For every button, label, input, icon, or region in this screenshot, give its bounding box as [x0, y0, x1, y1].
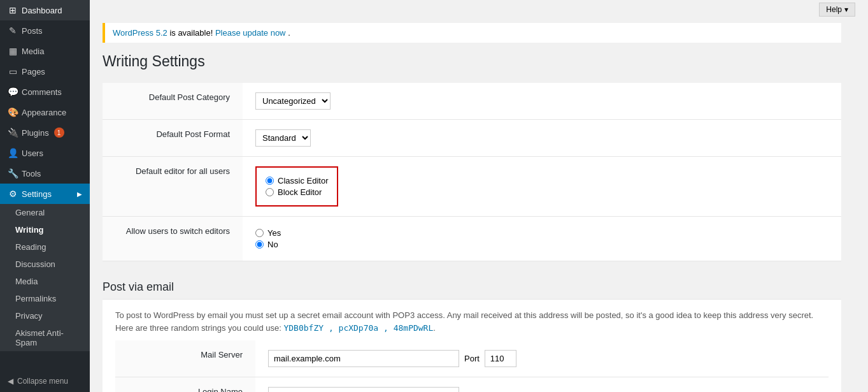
appearance-icon: 🎨 [8, 107, 18, 117]
sidebar: ⊞ Dashboard ✎ Posts ▦ Media ▭ Pages 💬 Co… [0, 0, 90, 392]
update-notice-mid: is available! [169, 28, 215, 38]
sidebar-item-label: Pages [22, 67, 45, 76]
allow-switch-yes-label[interactable]: Yes [267, 228, 281, 238]
block-editor-radio-row: Block Editor [266, 187, 328, 197]
submenu-item-reading[interactable]: Reading [0, 238, 90, 256]
allow-switch-yes-row: Yes [255, 228, 829, 238]
classic-editor-radio[interactable] [266, 177, 274, 185]
login-name-input[interactable] [268, 387, 459, 392]
default-post-category-label: Default Post Category [149, 92, 230, 102]
sidebar-item-pages[interactable]: ▭ Pages [0, 61, 90, 82]
port-input[interactable] [485, 350, 516, 367]
default-post-category-select[interactable]: Uncategorized [255, 92, 331, 110]
sidebar-item-comments[interactable]: 💬 Comments [0, 82, 90, 102]
login-name-label: Login Name [198, 387, 243, 392]
settings-arrow-icon: ▶ [77, 191, 82, 198]
update-notice: WordPress 5.2 is available! Please updat… [103, 23, 841, 43]
settings-table: Default Post Category Uncategorized Defa… [103, 83, 841, 261]
settings-submenu: General Writing Reading Discussion Media… [0, 204, 90, 351]
plugins-badge: 1 [54, 127, 64, 138]
settings-icon: ⚙ [8, 189, 18, 199]
page-content: WordPress 5.2 is available! Please updat… [90, 17, 854, 392]
pve-strings: YDB0bfZY , pcXDp70a , 48mPDwRL [283, 323, 433, 333]
help-bar: Help ▾ [90, 0, 868, 17]
sidebar-item-plugins[interactable]: 🔌 Plugins 1 [0, 122, 90, 143]
submenu-item-akismet[interactable]: Akismet Anti-Spam [0, 324, 90, 351]
mail-server-row: Mail Server Port [115, 340, 829, 377]
port-label: Port [464, 354, 480, 363]
collapse-menu-label: Collapse menu [17, 377, 68, 386]
sidebar-item-label: Tools [22, 169, 41, 178]
sidebar-item-users[interactable]: 👤 Users [0, 143, 90, 163]
allow-switch-label: Allow users to switch editors [126, 226, 230, 236]
allow-switch-no-label[interactable]: No [267, 240, 278, 249]
dashboard-icon: ⊞ [8, 5, 18, 15]
default-post-format-row: Default Post Format Standard [103, 120, 841, 157]
comments-icon: 💬 [8, 87, 18, 97]
sidebar-item-label: Media [22, 47, 44, 56]
plugins-icon: 🔌 [8, 127, 18, 138]
sidebar-item-label: Plugins [22, 128, 49, 138]
wp-version-link[interactable]: WordPress 5.2 [113, 28, 167, 38]
sidebar-item-settings[interactable]: ⚙ Settings ▶ [0, 184, 90, 204]
default-editor-label: Default editor for all users [136, 166, 230, 176]
submenu-item-media[interactable]: Media [0, 273, 90, 290]
page-title: Writing Settings [103, 53, 841, 70]
media-icon: ▦ [8, 46, 18, 56]
classic-editor-radio-row: Classic Editor [266, 176, 328, 185]
post-via-email-heading: Post via email [103, 274, 841, 294]
pve-settings-table: Mail Server Port Login Name [115, 340, 829, 392]
login-name-row: Login Name [115, 377, 829, 393]
submenu-item-general[interactable]: General [0, 204, 90, 221]
mail-server-label: Mail Server [201, 350, 243, 359]
block-editor-radio-label[interactable]: Block Editor [278, 187, 322, 197]
collapse-menu-button[interactable]: ◀ Collapse menu [0, 370, 90, 392]
sidebar-item-label: Dashboard [22, 6, 62, 15]
classic-editor-radio-label[interactable]: Classic Editor [278, 176, 328, 185]
sidebar-item-label: Comments [22, 87, 62, 97]
pve-description: To post to WordPress by email you must s… [115, 309, 829, 334]
help-label: Help [826, 5, 842, 14]
block-editor-radio[interactable] [266, 188, 274, 196]
mail-server-port-row: Port [268, 350, 816, 367]
posts-icon: ✎ [8, 25, 18, 36]
sidebar-item-dashboard[interactable]: ⊞ Dashboard [0, 0, 90, 20]
pages-icon: ▭ [8, 66, 18, 76]
pve-description-end: . [433, 323, 436, 333]
sidebar-item-media[interactable]: ▦ Media [0, 41, 90, 61]
sidebar-item-label: Posts [22, 26, 43, 36]
collapse-arrow-icon: ◀ [8, 377, 13, 386]
allow-switch-row: Allow users to switch editors Yes No [103, 217, 841, 261]
update-notice-suffix: . [288, 28, 290, 38]
submenu-item-writing[interactable]: Writing [0, 221, 90, 238]
mail-server-input[interactable] [268, 350, 459, 367]
help-chevron-icon: ▾ [844, 5, 848, 14]
sidebar-item-label: Appearance [22, 108, 66, 117]
default-post-category-row: Default Post Category Uncategorized [103, 83, 841, 120]
default-post-format-select[interactable]: Standard [255, 129, 311, 147]
post-via-email-section: To post to WordPress by email you must s… [103, 300, 841, 392]
sidebar-item-label: Users [22, 149, 43, 158]
sidebar-item-tools[interactable]: 🔧 Tools [0, 163, 90, 184]
pve-description-start: To post to WordPress by email you must s… [115, 310, 813, 333]
sidebar-item-posts[interactable]: ✎ Posts [0, 20, 90, 41]
main-content: Help ▾ WordPress 5.2 is available! Pleas… [90, 0, 868, 392]
submenu-item-permalinks[interactable]: Permalinks [0, 290, 90, 307]
allow-switch-no-row: No [255, 240, 829, 249]
default-post-format-label: Default Post Format [156, 129, 230, 139]
submenu-item-discussion[interactable]: Discussion [0, 256, 90, 273]
editor-radio-group: Classic Editor Block Editor [255, 166, 338, 207]
submenu-item-privacy[interactable]: Privacy [0, 307, 90, 324]
update-now-link[interactable]: Please update now [215, 28, 286, 38]
sidebar-item-appearance[interactable]: 🎨 Appearance [0, 102, 90, 122]
help-button[interactable]: Help ▾ [819, 3, 855, 17]
allow-switch-yes-radio[interactable] [255, 229, 264, 237]
default-editor-row: Default editor for all users Classic Edi… [103, 157, 841, 217]
sidebar-item-label: Settings [22, 189, 52, 199]
tools-icon: 🔧 [8, 168, 18, 178]
users-icon: 👤 [8, 148, 18, 158]
allow-switch-no-radio[interactable] [255, 240, 264, 249]
